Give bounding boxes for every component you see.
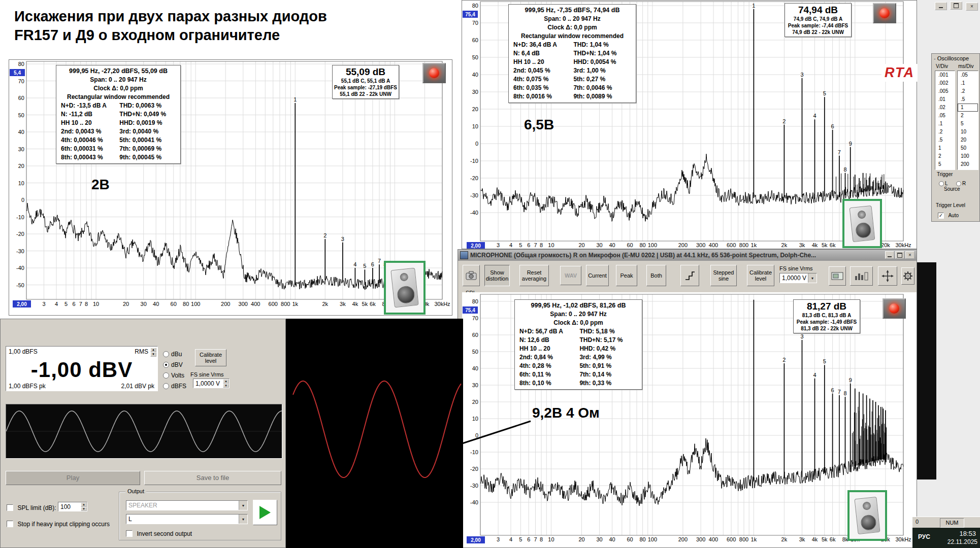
- record-button[interactable]: [422, 63, 446, 83]
- y-axis-label: 20: [472, 106, 478, 112]
- record-led-icon: [429, 68, 439, 78]
- listbox-option[interactable]: 100: [958, 152, 978, 160]
- spl-limit-input[interactable]: 100 ▲▼: [58, 502, 87, 511]
- listbox-option[interactable]: .002: [935, 79, 955, 87]
- listbox-option[interactable]: .1: [935, 120, 955, 128]
- current-button[interactable]: Current: [586, 265, 609, 286]
- language-indicator[interactable]: РУС: [918, 533, 930, 540]
- listbox-option[interactable]: .001: [935, 71, 955, 79]
- listbox-option[interactable]: .5: [935, 136, 955, 144]
- num-lock-indicator: NUM: [940, 518, 964, 528]
- db-value: 81,27 dB: [794, 301, 860, 312]
- peak-button[interactable]: Peak: [616, 265, 637, 286]
- save-to-file-button[interactable]: Save to file: [144, 471, 281, 485]
- output-channel-combo[interactable]: L ▼: [126, 514, 248, 524]
- stepped-mode-button[interactable]: [680, 265, 699, 286]
- wav-button[interactable]: WAV: [560, 266, 581, 285]
- rms-spinner[interactable]: ▲ ▼: [150, 348, 156, 357]
- spinner[interactable]: ▲▼: [81, 502, 87, 511]
- output-device-combo[interactable]: SPEAKER ▼: [126, 500, 248, 510]
- chevron-down-icon[interactable]: ▼: [239, 515, 247, 524]
- listbox-option[interactable]: .05: [935, 112, 955, 120]
- minimize-button[interactable]: [935, 2, 947, 10]
- speaker-icon: [847, 490, 887, 541]
- listbox-option[interactable]: 2: [935, 152, 955, 160]
- listbox-option[interactable]: .2: [958, 87, 978, 95]
- maximize-button[interactable]: [950, 2, 962, 10]
- msdiv-header: ms/Div: [958, 63, 974, 69]
- listbox-option[interactable]: 5: [935, 160, 955, 168]
- listbox-option[interactable]: 5: [958, 120, 978, 128]
- y-axis-label: 0: [475, 141, 478, 147]
- play-button[interactable]: Play: [6, 471, 140, 485]
- unit-radio-dbv[interactable]: dBV: [163, 360, 183, 369]
- vdiv-listbox[interactable]: .001.002.005.01.02.05.1.2.5125: [935, 71, 955, 170]
- x-axis-label: 300: [696, 536, 705, 542]
- x-axis-label: 4k: [352, 301, 358, 307]
- listbox-option[interactable]: 50: [958, 144, 978, 152]
- harmonic-label: 6: [371, 261, 374, 267]
- record-button[interactable]: [883, 298, 906, 319]
- x-axis-label: 30: [596, 242, 602, 248]
- radio-icon: [163, 383, 169, 389]
- stepped-sine-button[interactable]: Stepped sine: [710, 265, 737, 286]
- close-button[interactable]: ×: [966, 3, 978, 11]
- x-axis-label: 7: [79, 301, 82, 307]
- unit-label: Volts: [171, 372, 184, 379]
- chevron-down-icon[interactable]: ▼: [239, 501, 247, 510]
- maximize-button[interactable]: [895, 251, 904, 259]
- settings-button[interactable]: [901, 267, 914, 285]
- msdiv-listbox[interactable]: .05.1.2.5125102050100200: [957, 71, 978, 170]
- show-distortion-button[interactable]: Show distortion: [484, 265, 510, 286]
- listbox-option[interactable]: .1: [958, 79, 978, 87]
- db-detail: Peak sample: -27,19 dBFS: [333, 84, 399, 91]
- minimize-button[interactable]: [885, 251, 894, 259]
- close-button[interactable]: ×: [905, 251, 914, 259]
- dbfs-readout: 1,00 dBFS: [9, 348, 38, 355]
- info-header: 999,95 Hz, -1,02 dBFS, 81,26 dB: [517, 301, 640, 310]
- level-bars-button[interactable]: [850, 266, 873, 286]
- chevron-down-icon[interactable]: ▼: [808, 273, 816, 283]
- listbox-option[interactable]: 10: [958, 128, 978, 136]
- stop-clipping-row: Stop if heavy input clipping occurs: [7, 519, 110, 528]
- radio-icon: [163, 372, 169, 379]
- fs-sine-vrms-input[interactable]: 1,0000 V ▲▼: [193, 379, 230, 388]
- y-axis-label: 60: [18, 95, 24, 101]
- listbox-option[interactable]: .005: [935, 87, 955, 95]
- calibrate-level-button[interactable]: Calibrate level: [747, 265, 774, 286]
- clock-date[interactable]: 22.11.2025: [948, 538, 977, 545]
- generator-start-button[interactable]: [253, 500, 277, 525]
- record-button[interactable]: [873, 3, 896, 23]
- listbox-option[interactable]: 20: [958, 136, 978, 144]
- fs-sine-vrms-combo[interactable]: 1,0000 V ▼: [779, 273, 817, 283]
- unit-radio-dbfs[interactable]: dBFS: [163, 381, 186, 390]
- reset-averaging-button[interactable]: Reset averaging: [519, 265, 549, 286]
- stop-clipping-checkbox[interactable]: [7, 521, 13, 527]
- auto-checkbox[interactable]: ✓: [938, 213, 944, 219]
- y-axis-label: -50: [16, 282, 24, 288]
- listbox-option[interactable]: 1: [958, 104, 978, 112]
- snapshot-button[interactable]: [463, 265, 480, 286]
- spinner[interactable]: ▲▼: [223, 379, 229, 388]
- x-axis-label: 30kHz: [895, 536, 911, 542]
- listbox-option[interactable]: .5: [958, 95, 978, 104]
- listbox-option[interactable]: .2: [935, 128, 955, 136]
- listbox-option[interactable]: 2: [958, 112, 978, 120]
- listbox-option[interactable]: 200: [958, 160, 978, 168]
- listbox-option[interactable]: .02: [935, 104, 955, 112]
- listbox-option[interactable]: 1: [935, 144, 955, 152]
- listbox-option[interactable]: .01: [935, 95, 955, 104]
- calibrate-level-button[interactable]: Calibrate level: [195, 349, 226, 366]
- unit-radio-volts[interactable]: Volts: [163, 370, 184, 380]
- clock-time[interactable]: 18:53: [959, 530, 976, 537]
- spl-limit-checkbox[interactable]: [7, 504, 13, 511]
- listbox-option[interactable]: .05: [958, 71, 978, 79]
- pan-zoom-button[interactable]: [878, 266, 897, 286]
- invert-output-checkbox[interactable]: [126, 530, 133, 537]
- generator-display-button[interactable]: [829, 266, 846, 286]
- unit-radio-dbu[interactable]: dBu: [163, 349, 182, 358]
- window-titlebar[interactable]: MICROPHONE (Общая громкость) R on Микроф…: [458, 250, 917, 261]
- both-button[interactable]: Both: [646, 265, 666, 286]
- cursor-db-readout: 75,4: [465, 307, 475, 313]
- oscilloscope-panel: - Oscilloscope V/Div ms/Div .001.002.005…: [931, 53, 980, 222]
